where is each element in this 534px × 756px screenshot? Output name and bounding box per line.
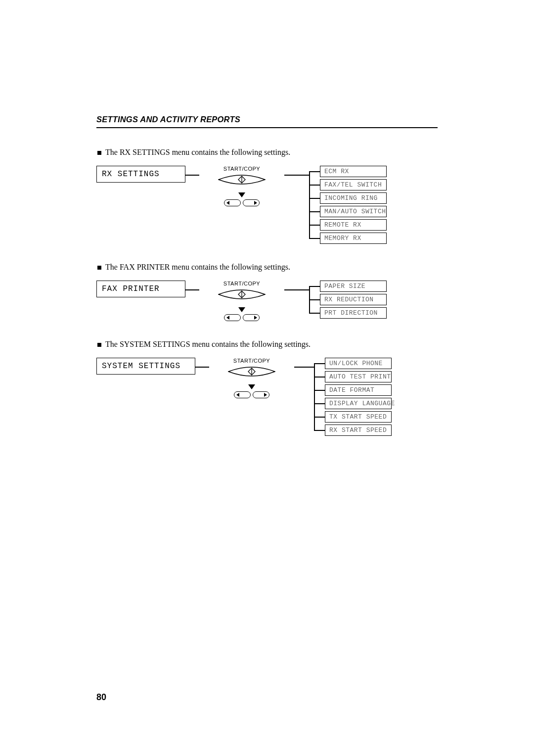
option-auto-test-print: AUTO TEST PRINT [325,371,392,382]
start-copy-control: START/COPY [207,281,276,321]
section-header: SETTINGS AND ACTIVITY REPORTS [96,115,438,124]
options-system-settings: UN/LOCK PHONE AUTO TEST PRINT DATE FORMA… [314,358,392,436]
left-key-icon [234,391,251,398]
right-key-icon [243,199,260,206]
menu-box-system-settings: SYSTEM SETTINGS [96,358,195,375]
bullet-text: The SYSTEM SETTINGS menu contains the fo… [105,340,311,349]
start-copy-control: START/COPY [217,358,286,398]
connector [185,175,199,176]
left-key-icon [224,199,241,206]
start-copy-label: START/COPY [223,281,260,286]
option-incoming-ring: INCOMING RING [320,192,387,204]
option-memory-rx: MEMORY RX [320,233,387,244]
arrow-keys [234,384,269,398]
start-copy-label: START/COPY [223,166,260,172]
options-fax-printer: PAPER SIZE RX REDUCTION PRT DIRECTION [309,281,387,319]
option-paper-size: PAPER SIZE [320,281,387,292]
option-unlock-phone: UN/LOCK PHONE [325,358,392,369]
arrow-keys [224,192,260,206]
option-rx-start-speed: RX START SPEED [325,425,392,436]
start-copy-button [218,287,266,301]
option-spine [314,358,325,436]
arrow-keys [224,307,260,321]
start-copy-button [228,365,275,378]
start-copy-label: START/COPY [233,358,270,364]
option-spine [309,281,320,319]
options-rx-settings: ECM RX FAX/TEL SWITCH INCOMING RING MAN/… [309,166,387,244]
right-key-icon [243,314,260,321]
connector [284,175,309,176]
down-arrow-icon [248,384,255,389]
option-date-format: DATE FORMAT [325,384,392,396]
option-remote-rx: REMOTE RX [320,219,387,231]
down-arrow-icon [238,192,245,197]
bullet-icon [97,151,101,155]
connector [294,367,314,368]
bullet-icon [97,343,101,347]
option-ecm-rx: ECM RX [320,166,387,177]
bullet-fax-printer: The FAX PRINTER menu contains the follow… [97,263,438,272]
option-tx-start-speed: TX START SPEED [325,411,392,423]
option-rx-reduction: RX REDUCTION [320,294,387,305]
bullet-text: The FAX PRINTER menu contains the follow… [105,263,290,272]
option-man-auto-switch: MAN/AUTO SWITCH [320,206,387,217]
option-display-language: DISPLAY LANGUAGE [325,398,392,409]
down-arrow-icon [238,307,245,312]
right-key-icon [253,391,269,398]
connector [284,289,309,290]
diagram-system-settings: SYSTEM SETTINGS START/COPY [96,358,438,436]
option-prt-direction: PRT DIRECTION [320,307,387,319]
header-rule [96,127,438,128]
page-number: 80 [96,692,106,703]
menu-box-rx-settings: RX SETTINGS [96,166,185,183]
option-spine [309,166,320,244]
connector [195,367,209,368]
bullet-text: The RX SETTINGS menu contains the follow… [105,148,290,157]
bullet-icon [97,266,101,270]
diagram-rx-settings: RX SETTINGS START/COPY [96,166,438,244]
bullet-rx-settings: The RX SETTINGS menu contains the follow… [97,148,438,157]
option-fax-tel-switch: FAX/TEL SWITCH [320,179,387,190]
start-copy-control: START/COPY [207,166,276,206]
diagram-fax-printer: FAX PRINTER START/COPY [96,281,438,321]
bullet-system-settings: The SYSTEM SETTINGS menu contains the fo… [97,340,438,349]
connector [185,289,199,290]
page: SETTINGS AND ACTIVITY REPORTS The RX SET… [0,0,534,756]
menu-box-fax-printer: FAX PRINTER [96,281,185,297]
start-copy-button [218,173,266,187]
left-key-icon [224,314,241,321]
